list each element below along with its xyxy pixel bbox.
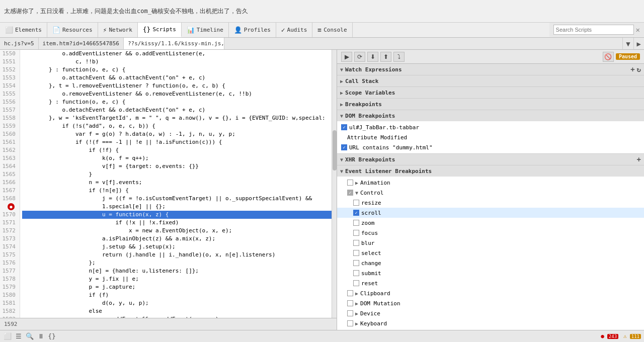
search-bottom-icon[interactable]: 🔍 (25, 332, 34, 341)
event-zoom-checkbox[interactable] (353, 220, 359, 226)
event-device-item[interactable]: ▶ Device (337, 308, 644, 318)
step-over-button[interactable]: ⟳ (354, 52, 365, 62)
line-number: 1579 (0, 283, 18, 291)
event-reset-checkbox[interactable] (353, 280, 359, 286)
scope-variables-header[interactable]: ▶ Scope Variables (337, 87, 644, 98)
event-submit-checkbox[interactable] (353, 270, 359, 276)
event-focus-checkbox[interactable] (353, 230, 359, 236)
add-watch-icon[interactable]: + (630, 66, 634, 73)
script-tab-hc[interactable]: hc.js?v=5 (0, 38, 39, 49)
event-select-checkbox[interactable] (353, 250, 359, 256)
search-input[interactable] (553, 25, 634, 35)
call-stack-label: Call Stack (345, 78, 378, 84)
line-number: 1566 (0, 179, 18, 187)
watch-expressions-header[interactable]: ▼ Watch Expressions + ↻ (337, 64, 644, 75)
line-number: 1551 (0, 58, 18, 66)
tab-scripts[interactable]: {} Scripts (138, 23, 182, 37)
add-xhr-icon[interactable]: + (637, 156, 641, 163)
event-keyboard-item[interactable]: ▶ Keyboard (337, 318, 644, 328)
xhr-breakpoints-header[interactable]: ▼ XHR Breakpoints + (337, 154, 644, 165)
event-blur-checkbox[interactable] (353, 240, 359, 246)
line-number: 1561 (0, 138, 18, 146)
event-dom-mutation-checkbox[interactable] (347, 300, 353, 306)
code-line: }; (22, 259, 332, 267)
script-tabs-bar: hc.js?v=5 item.htm?id=14665547856 ??s/ki… (0, 38, 644, 50)
code-line: y = j.fix || e; (22, 275, 332, 283)
event-clipboard-item[interactable]: ▶ Clipboard (337, 288, 644, 298)
event-load-item[interactable]: ▶ Load (337, 328, 644, 330)
vertical-scrollbar[interactable] (332, 50, 337, 318)
event-blur-label: blur (361, 240, 375, 246)
scrollbar-thumb[interactable] (333, 130, 337, 170)
resume-button[interactable]: ▶ (341, 52, 352, 62)
event-zoom-item[interactable]: zoom (337, 218, 644, 228)
call-stack-section: ▶ Call Stack (337, 75, 644, 87)
tab-resources[interactable]: 📄 Resources (47, 23, 98, 37)
deactivate-breakpoints-button[interactable]: 🚫 (603, 52, 614, 62)
event-animation-checkbox[interactable] (347, 180, 353, 186)
event-listener-header[interactable]: ▼ Event Listener Breakpoints (337, 165, 644, 177)
dock-icon[interactable]: ⬜ (3, 332, 12, 341)
tab-elements[interactable]: ⬜ Elements (0, 23, 47, 37)
code-area: 1550155115521553155415551556155715581559… (0, 50, 337, 318)
timeline-icon: 📊 (187, 26, 195, 34)
event-scroll-item[interactable]: ✓ scroll (337, 208, 644, 218)
breakpoints-header[interactable]: ▶ Breakpoints (337, 99, 644, 110)
event-scroll-checkbox[interactable]: ✓ (353, 210, 359, 216)
event-dom-mutation-item[interactable]: ▶ DOM Mutation (337, 298, 644, 308)
event-clipboard-checkbox[interactable] (347, 290, 353, 296)
event-control-checkbox[interactable]: ✓ (347, 190, 353, 196)
event-focus-item[interactable]: focus (337, 228, 644, 238)
line-number: 1578 (0, 275, 18, 283)
event-resize-checkbox[interactable] (353, 200, 359, 206)
dom-bp-url-item[interactable]: ✓ URL contains "dummy.html" (337, 142, 644, 152)
search-clear-icon[interactable]: ✕ (636, 26, 640, 34)
dom-bp-url-checkbox[interactable]: ✓ (341, 144, 347, 150)
script-tab-kissy[interactable]: ??s/kissy/1.1.6/kissy-min.js, *** ✕ (124, 38, 224, 49)
event-keyboard-checkbox[interactable] (347, 320, 353, 326)
event-animation-item[interactable]: ▶ Animation (337, 178, 644, 188)
call-stack-header[interactable]: ▶ Call Stack (337, 75, 644, 87)
line-number: 1555 (0, 90, 18, 98)
audits-icon: ✓ (281, 26, 285, 34)
step-into-button[interactable]: ⬇ (367, 52, 378, 62)
event-reset-item[interactable]: reset (337, 278, 644, 288)
event-blur-item[interactable]: blur (337, 238, 644, 248)
event-select-item[interactable]: select (337, 248, 644, 258)
event-resize-item[interactable]: resize (337, 198, 644, 208)
right-panel-scroll[interactable]: ▼ Watch Expressions + ↻ ▶ Call Stack (337, 64, 644, 330)
script-tab-item[interactable]: item.htm?id=14665547856 (39, 38, 124, 49)
tab-timeline[interactable]: 📊 Timeline (182, 23, 229, 37)
line-number: 1567 (0, 187, 18, 195)
step-button[interactable]: ⤵ (393, 52, 405, 62)
dom-bp-item-tabbar[interactable]: ✓ ul#J_TabBar.tb-tabbar (337, 122, 644, 132)
list-icon[interactable]: ☰ (14, 332, 23, 341)
script-tab-hc-label: hc.js?v=5 (4, 40, 34, 47)
code-line: o.attachEvent && o.attachEvent("on" + e,… (22, 74, 332, 82)
format-icon[interactable]: {} (47, 332, 56, 341)
event-device-checkbox[interactable] (347, 310, 353, 316)
event-change-item[interactable]: change (337, 258, 644, 268)
line-number: 1552 (0, 66, 18, 74)
line-number: 1574 (0, 243, 18, 251)
event-submit-item[interactable]: submit (337, 268, 644, 278)
code-line: if (!(f === -1 || !e || !a.isFunction(c)… (22, 138, 332, 146)
code-line: n[e] = {handle: u,listeners: []}; (22, 267, 332, 275)
pause-icon[interactable]: ⏸ (36, 332, 45, 341)
event-control-item[interactable]: ✓ ▼ Control (337, 188, 644, 198)
event-change-checkbox[interactable] (353, 260, 359, 266)
tab-profiles-label: Profiles (244, 27, 271, 33)
collapse-panel-icon[interactable]: ▼ (622, 38, 633, 49)
tab-console[interactable]: ≡ Console (312, 23, 352, 37)
event-keyboard-label: Keyboard (360, 320, 387, 327)
code-panel: 1550155115521553155415551556155715581559… (0, 50, 337, 330)
dom-bp-tabbar-checkbox[interactable]: ✓ (341, 124, 347, 130)
expand-panel-icon[interactable]: ▶ (633, 38, 644, 49)
step-out-button[interactable]: ⬆ (380, 52, 391, 62)
refresh-watch-icon[interactable]: ↻ (637, 66, 641, 73)
tab-audits[interactable]: ✓ Audits (276, 23, 313, 37)
code-line: o.removeEventListener && o.removeEventLi… (22, 90, 332, 98)
tab-network[interactable]: ⚡ Network (98, 23, 138, 37)
tab-profiles[interactable]: 👤 Profiles (229, 23, 276, 37)
dom-breakpoints-header[interactable]: ▼ DOM Breakpoints (337, 110, 644, 121)
